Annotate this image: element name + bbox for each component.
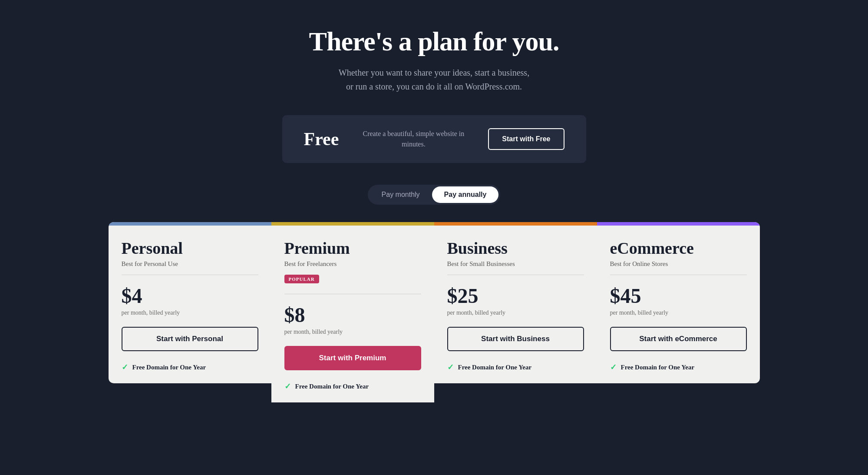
pay-annually-button[interactable]: Pay annually bbox=[432, 186, 499, 203]
popular-badge: POPULAR bbox=[284, 275, 319, 283]
plan-tagline: Best for Freelancers bbox=[284, 260, 421, 268]
plan-card-premium: Premium Best for Freelancers POPULAR $8 … bbox=[271, 222, 434, 402]
plan-tagline: Best for Online Stores bbox=[610, 260, 747, 268]
plan-price: $25 bbox=[447, 284, 584, 308]
plan-top-bar bbox=[434, 222, 597, 226]
plan-name: Premium bbox=[284, 239, 421, 258]
plan-top-bar bbox=[597, 222, 760, 226]
plan-card-personal: Personal Best for Personal Use $4 per mo… bbox=[109, 222, 271, 383]
hero-subtitle: Whether you want to share your ideas, st… bbox=[339, 66, 529, 93]
free-plan-banner: Free Create a beautiful, simple website … bbox=[282, 115, 586, 163]
plan-feature: ✓ Free Domain for One Year bbox=[610, 360, 747, 375]
plan-price-note: per month, billed yearly bbox=[284, 329, 421, 335]
plan-name: Personal bbox=[122, 239, 258, 258]
feature-label: Free Domain for One Year bbox=[621, 364, 695, 371]
plan-price: $45 bbox=[610, 284, 747, 308]
plan-cta-personal[interactable]: Start with Personal bbox=[122, 327, 258, 351]
check-icon: ✓ bbox=[284, 382, 291, 391]
plan-divider bbox=[284, 294, 421, 294]
plan-tagline: Best for Small Businesses bbox=[447, 260, 584, 268]
plan-tagline: Best for Personal Use bbox=[122, 260, 258, 268]
free-plan-description: Create a beautiful, simple website in mi… bbox=[339, 129, 488, 149]
feature-label: Free Domain for One Year bbox=[295, 383, 369, 390]
pay-monthly-button[interactable]: Pay monthly bbox=[370, 186, 432, 203]
feature-label: Free Domain for One Year bbox=[132, 364, 206, 371]
plan-divider bbox=[122, 275, 258, 275]
plan-feature: ✓ Free Domain for One Year bbox=[447, 360, 584, 375]
check-icon: ✓ bbox=[447, 362, 454, 372]
free-plan-title: Free bbox=[304, 129, 339, 149]
plan-divider bbox=[447, 275, 584, 275]
plan-top-bar bbox=[271, 222, 434, 226]
start-with-free-button[interactable]: Start with Free bbox=[488, 128, 564, 150]
plan-price-note: per month, billed yearly bbox=[447, 309, 584, 316]
plan-name: eCommerce bbox=[610, 239, 747, 258]
plan-name: Business bbox=[447, 239, 584, 258]
plan-card-business: Business Best for Small Businesses $25 p… bbox=[434, 222, 597, 383]
plan-price: $4 bbox=[122, 284, 258, 308]
check-icon: ✓ bbox=[610, 362, 617, 372]
plan-feature: ✓ Free Domain for One Year bbox=[122, 360, 258, 375]
plan-price: $8 bbox=[284, 303, 421, 327]
plan-cta-ecommerce[interactable]: Start with eCommerce bbox=[610, 327, 747, 351]
feature-label: Free Domain for One Year bbox=[458, 364, 532, 371]
plan-cta-premium[interactable]: Start with Premium bbox=[284, 346, 421, 370]
billing-toggle: Pay monthly Pay annually bbox=[368, 185, 501, 205]
plan-card-ecommerce: eCommerce Best for Online Stores $45 per… bbox=[597, 222, 760, 383]
plan-top-bar bbox=[109, 222, 271, 226]
plan-cta-business[interactable]: Start with Business bbox=[447, 327, 584, 351]
plan-feature: ✓ Free Domain for One Year bbox=[284, 379, 421, 394]
hero-title: There's a plan for you. bbox=[309, 26, 559, 57]
plan-price-note: per month, billed yearly bbox=[610, 309, 747, 316]
plans-grid: Personal Best for Personal Use $4 per mo… bbox=[109, 222, 760, 402]
plan-divider bbox=[610, 275, 747, 275]
check-icon: ✓ bbox=[122, 362, 128, 372]
plan-price-note: per month, billed yearly bbox=[122, 309, 258, 316]
